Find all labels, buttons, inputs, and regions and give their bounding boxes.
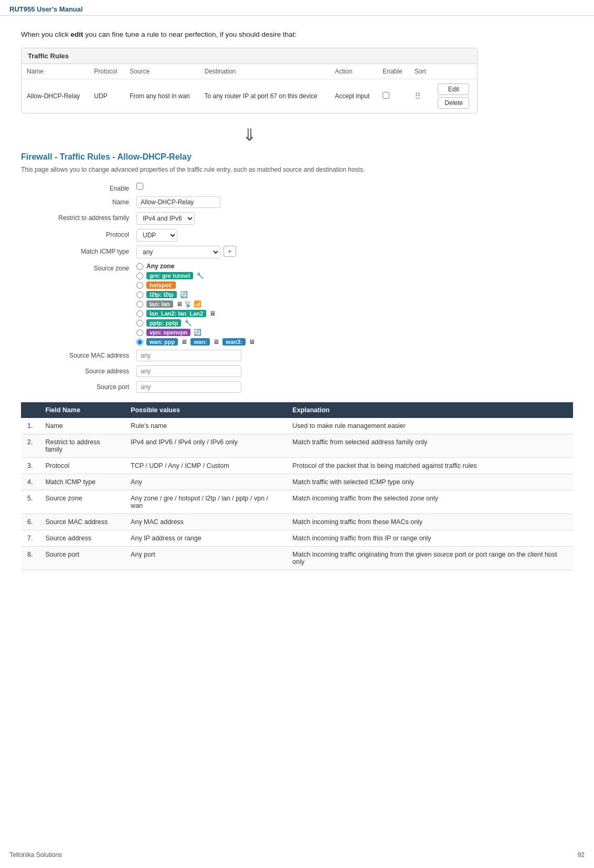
col-action: Action [330, 64, 377, 79]
sort-icon: ⠿ [415, 92, 422, 101]
page-content: When you click edit you can fine tune a … [0, 16, 594, 602]
table-row: 7. Source address Any IP address or rang… [21, 530, 573, 547]
zone-icon-wan: 🖥 [181, 338, 187, 346]
form-row-source-address: Source address [21, 365, 573, 377]
widget-title: Traffic Rules [28, 52, 69, 60]
zone-icon-lan: 🖥 📡 📶 [176, 300, 202, 308]
row-field-name: Source address [39, 530, 124, 547]
row-action: Accept input [330, 79, 377, 113]
zone-radio-any[interactable] [136, 263, 143, 270]
form-row-enable: Enable [21, 183, 573, 192]
delete-button[interactable]: Delete [438, 97, 469, 109]
footer-page-number: 92 [578, 851, 585, 859]
zone-radio-vpn[interactable] [136, 329, 143, 336]
icmp-select[interactable]: any [136, 246, 220, 258]
col-possible-values: Possible values [124, 402, 286, 418]
zone-label-any: Any zone [146, 263, 174, 270]
row-possible-values: Any [124, 474, 286, 490]
intro-paragraph: When you click edit you can fine tune a … [21, 30, 573, 38]
row-field-name: Source port [39, 547, 124, 570]
zone-badge-gre: gre: gre tunnel [146, 272, 193, 279]
page-header: RUT955 User's Manual [0, 0, 594, 16]
zone-radio-l2tp[interactable] [136, 291, 143, 298]
traffic-rules-widget: Traffic Rules Name Protocol Source Desti… [21, 48, 478, 113]
enable-checkbox[interactable] [383, 92, 389, 99]
row-number: 8. [21, 547, 39, 570]
row-destination: To any router IP at port 67 on this devi… [199, 79, 330, 113]
col-enable: Enable [377, 64, 409, 79]
row-field-name: Source zone [39, 490, 124, 514]
source-zone-label: Source zone [21, 263, 136, 272]
table-row: Allow-DHCP-Relay UDP From any host in wa… [22, 79, 477, 113]
col-actions-header [432, 64, 477, 79]
address-family-select[interactable]: IPv4 and IPv6 IPv4 only IPv6 only [136, 212, 195, 225]
edit-button[interactable]: Edit [438, 83, 469, 95]
zone-badge-wan3: wan3: [222, 338, 245, 346]
row-sort: ⠿ [409, 79, 432, 113]
widget-header: Traffic Rules [22, 48, 477, 64]
col-explanation: Explanation [286, 402, 573, 418]
intro-bold: edit [71, 30, 83, 38]
firewall-title: Firewall - Traffic Rules - Allow-DHCP-Re… [21, 152, 573, 162]
row-name: Allow-DHCP-Relay [22, 79, 89, 113]
row-explanation: Match traffic with selected ICMP type on… [286, 474, 573, 490]
row-possible-values: Any port [124, 547, 286, 570]
zone-radio-gre[interactable] [136, 273, 143, 279]
col-sort: Sort [409, 64, 432, 79]
zone-badge-hotspot: hotspot: [146, 281, 176, 289]
zone-option-lan: lan: lan 🖥 📡 📶 [136, 300, 255, 308]
row-protocol: UDP [89, 79, 124, 113]
form-row-icmp: Match ICMP type any + [21, 246, 573, 258]
zone-radio-hotspot[interactable] [136, 282, 143, 289]
icmp-add-button[interactable]: + [224, 246, 236, 257]
zone-icon-gre: 🔧 [196, 272, 204, 279]
row-explanation: Match incoming traffic from the selected… [286, 490, 573, 514]
zone-radio-wan[interactable] [136, 339, 143, 346]
zone-radio-pptp[interactable] [136, 320, 143, 327]
form-row-source-zone: Source zone Any zone gre: gre tunnel 🔧 h… [21, 263, 573, 346]
source-address-field[interactable] [136, 365, 241, 377]
zone-option-any: Any zone [136, 263, 255, 270]
col-field-name: Field Name [39, 402, 124, 418]
intro-text-before: When you click [21, 30, 71, 38]
icmp-label: Match ICMP type [21, 246, 136, 255]
zone-badge-wan-ppp: wan: ppp [146, 338, 178, 346]
row-enable[interactable] [377, 79, 409, 113]
field-reference-table: Field Name Possible values Explanation 1… [21, 402, 573, 570]
row-possible-values: Any MAC address [124, 514, 286, 530]
traffic-rules-table: Name Protocol Source Destination Action … [22, 64, 477, 113]
form-row-protocol: Protocol UDP TCP Any ICMP Custom [21, 229, 573, 242]
zone-radio-lan2[interactable] [136, 310, 143, 317]
col-name: Name [22, 64, 89, 79]
table-row: 6. Source MAC address Any MAC address Ma… [21, 514, 573, 530]
source-address-label: Source address [21, 365, 136, 375]
zone-icon-l2tp: 🔄 [180, 291, 188, 298]
protocol-select[interactable]: UDP TCP Any ICMP Custom [136, 229, 177, 242]
source-port-field[interactable] [136, 381, 241, 393]
firewall-form: Enable Name Restrict to address family I… [21, 183, 573, 393]
form-row-mac: Source MAC address [21, 350, 573, 361]
row-number: 5. [21, 490, 39, 514]
zone-radio-lan[interactable] [136, 301, 143, 308]
zone-option-lan2: lan_Lan2: lan_Lan2 🖥 [136, 310, 255, 317]
zone-option-vpn: vpn: openvpn 🔄 [136, 329, 255, 336]
row-possible-values: Rule's name [124, 418, 286, 434]
footer-company: Teltonika Solutions [9, 851, 62, 859]
row-explanation: Match incoming traffic originating from … [286, 547, 573, 570]
row-number: 4. [21, 474, 39, 490]
row-explanation: Used to make rule management easier [286, 418, 573, 434]
table-header-row: Field Name Possible values Explanation [21, 402, 573, 418]
row-number: 6. [21, 514, 39, 530]
source-mac-field[interactable] [136, 350, 241, 361]
enable-field[interactable] [136, 183, 143, 190]
source-mac-label: Source MAC address [21, 350, 136, 359]
form-row-name: Name [21, 196, 573, 208]
col-protocol: Protocol [89, 64, 124, 79]
row-explanation: Match incoming traffic from this IP or r… [286, 530, 573, 547]
row-possible-values: Any IP address or range [124, 530, 286, 547]
row-possible-values: TCP / UDP / Any / ICMP / Custom [124, 458, 286, 474]
firewall-description: This page allows you to change advanced … [21, 166, 573, 173]
name-field[interactable] [136, 196, 220, 208]
zone-option-gre: gre: gre tunnel 🔧 [136, 272, 255, 279]
row-field-name: Restrict to address family [39, 434, 124, 458]
